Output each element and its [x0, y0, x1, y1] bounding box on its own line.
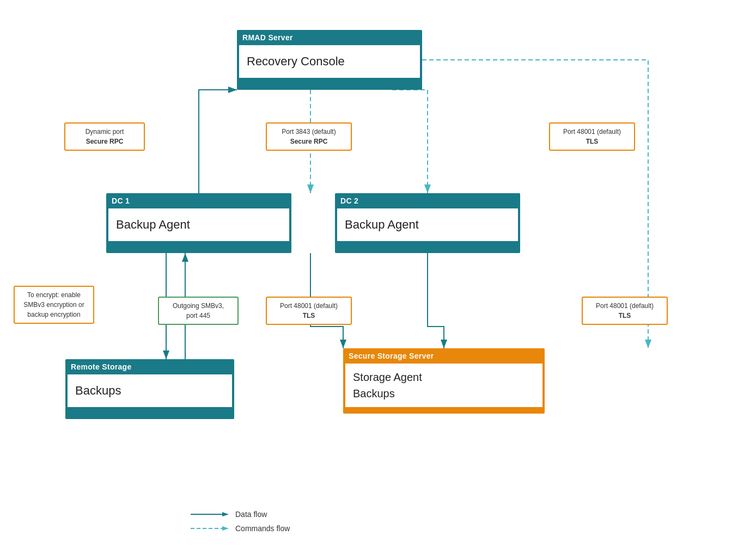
- dc1-body-text: Backup Agent: [116, 217, 190, 233]
- label-encrypt-note-line2: SMBv3 encryption or: [20, 300, 88, 310]
- legend-data-flow-icon: [191, 510, 229, 518]
- remote-storage-body: Backups: [68, 374, 232, 407]
- secure-storage-header: Secure Storage Server: [343, 348, 545, 364]
- legend-commands-flow-label: Commands flow: [235, 524, 290, 533]
- secure-storage-box: Secure Storage Server Storage AgentBacku…: [343, 348, 545, 414]
- label-outgoing-smb: Outgoing SMBv3, port 445: [158, 297, 239, 325]
- label-dynamic-port: Dynamic port Secure RPC: [64, 122, 145, 151]
- legend: Data flow Commands flow: [191, 510, 290, 533]
- legend-data-flow: Data flow: [191, 510, 290, 519]
- label-outgoing-smb-line1: Outgoing SMBv3,: [164, 301, 232, 311]
- label-port48001-right-line1: Port 48001 (default): [588, 301, 661, 311]
- label-port48001-top: Port 48001 (default) TLS: [549, 122, 635, 151]
- remote-storage-body-text: Backups: [75, 383, 121, 399]
- dc2-box: DC 2 Backup Agent: [335, 193, 520, 253]
- dc1-header: DC 1: [106, 193, 291, 208]
- label-port3843-line1: Port 3843 (default): [272, 127, 345, 137]
- label-port48001-top-line1: Port 48001 (default): [556, 127, 629, 137]
- label-port48001-top-line2: TLS: [556, 137, 629, 146]
- label-dynamic-port-line1: Dynamic port: [71, 127, 138, 137]
- label-port48001-mid-line1: Port 48001 (default): [272, 301, 345, 311]
- dc1-box: DC 1 Backup Agent: [106, 193, 291, 253]
- label-encrypt-note-line1: To encrypt: enable: [20, 290, 88, 300]
- label-dynamic-port-line2: Secure RPC: [71, 137, 138, 146]
- rmad-box: RMAD Server Recovery Console: [237, 30, 422, 90]
- rmad-body: Recovery Console: [239, 45, 420, 78]
- remote-storage-box: Remote Storage Backups: [65, 359, 234, 419]
- secure-storage-body-text: Storage AgentBackups: [353, 369, 422, 402]
- label-outgoing-smb-line2: port 445: [164, 311, 232, 321]
- rmad-header: RMAD Server: [237, 30, 422, 45]
- label-encrypt-note-line3: backup encryption: [20, 310, 88, 319]
- legend-data-flow-label: Data flow: [235, 510, 267, 519]
- legend-commands-flow: Commands flow: [191, 524, 290, 533]
- svg-marker-5: [222, 526, 229, 531]
- dc2-header: DC 2: [335, 193, 520, 208]
- label-port48001-mid-line2: TLS: [272, 311, 345, 321]
- remote-storage-header: Remote Storage: [65, 359, 234, 374]
- label-port48001-right: Port 48001 (default) TLS: [582, 297, 668, 325]
- secure-storage-body: Storage AgentBackups: [345, 364, 542, 407]
- rmad-body-text: Recovery Console: [247, 54, 345, 70]
- label-port48001-right-line2: TLS: [588, 311, 661, 321]
- label-port48001-mid: Port 48001 (default) TLS: [266, 297, 352, 325]
- label-port3843: Port 3843 (default) Secure RPC: [266, 122, 352, 151]
- dc2-body: Backup Agent: [337, 208, 518, 241]
- dc2-body-text: Backup Agent: [345, 217, 419, 233]
- diagram-container: RMAD Server Recovery Console DC 1 Backup…: [0, 0, 744, 560]
- legend-commands-flow-icon: [191, 525, 229, 532]
- svg-marker-3: [222, 512, 229, 516]
- label-port3843-line2: Secure RPC: [272, 137, 345, 146]
- label-encrypt-note: To encrypt: enable SMBv3 encryption or b…: [14, 286, 94, 324]
- dc1-body: Backup Agent: [108, 208, 289, 241]
